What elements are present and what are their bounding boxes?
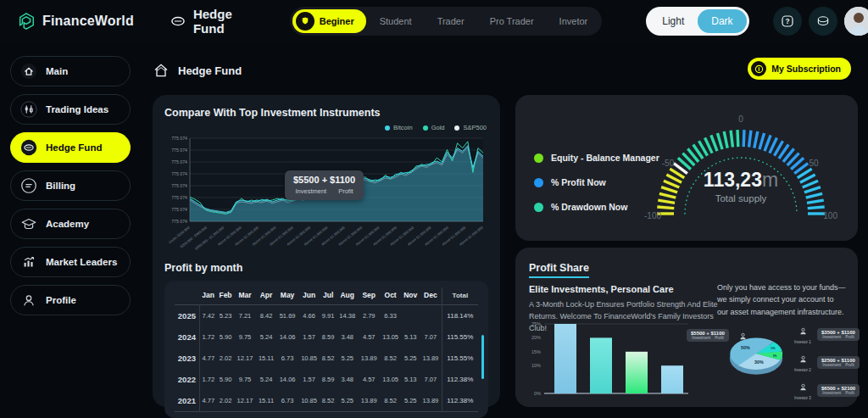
value-cell: 4.77 (199, 348, 216, 369)
value-cell: 5.13 (401, 326, 420, 348)
value-cell: 4.77 (199, 390, 216, 412)
legend-item-bitcoin: Bitcoin (385, 124, 413, 131)
supply-gauge[interactable]: -100-50050100113,23mTotal supply (634, 105, 848, 232)
col-jun: Jun (298, 287, 320, 305)
legend-label: % Profit Now (551, 177, 606, 187)
theme-toggle[interactable]: LightDark (646, 7, 748, 36)
tab-beginer[interactable]: Beginer (292, 9, 366, 33)
col-jul: Jul (320, 287, 337, 305)
table-scrollbar[interactable] (481, 335, 484, 379)
investor-row: Investor 2$2500 + $1100InvestmentProfit (792, 352, 860, 373)
gauge-svg: -100-50050100113,23mTotal supply (634, 105, 848, 229)
table-row-2024[interactable]: 20241.725.909.755.2414.061.578.593.484.5… (175, 326, 478, 348)
svg-text:775 074: 775 074 (171, 136, 187, 141)
value-cell: 5.24 (256, 369, 277, 390)
value-cell: 2.02 (217, 348, 234, 369)
value-cell: 6.73 (276, 348, 298, 369)
investors-list: Investor 1$3500 + $1100InvestmentProfitI… (792, 324, 860, 408)
sidebar-item-hedge-fund[interactable]: Hedge Fund (10, 132, 131, 163)
value-cell: 15.11 (256, 348, 277, 369)
svg-text:50: 50 (809, 159, 819, 168)
tab-student[interactable]: Student (368, 9, 424, 33)
sidebar-item-label: Main (46, 66, 68, 76)
legend-label: Gold (431, 124, 445, 131)
user-avatar[interactable] (844, 7, 868, 36)
legend-label: Bitcoin (393, 124, 413, 131)
compare-legend: BitcoinGoldS&P500 (164, 124, 487, 131)
legend-dot (534, 203, 543, 212)
tooltip-labels: InvestmentProfit (293, 187, 355, 195)
value-cell: 14.06 (276, 326, 298, 348)
compare-panel-title: Compare With Top Investment Instruments (164, 107, 488, 119)
level-tabs: BeginerStudentTraderPro TraderInvetor (290, 7, 603, 36)
home-icon (19, 62, 38, 81)
value-cell: 5.23 (217, 305, 234, 327)
value-cell: 13.05 (380, 326, 401, 348)
table-row-2021[interactable]: 20214.772.0212.1715.116.7310.858.525.251… (175, 390, 478, 412)
svg-text:20%: 20% (531, 335, 541, 340)
svg-text:$999,000 - $1,000,000: $999,000 - $1,000,000 (194, 225, 225, 250)
sidebar-item-academy[interactable]: Academy (10, 209, 131, 239)
person-icon (798, 352, 808, 367)
legend-dot (423, 125, 428, 131)
tab-label: Invetor (559, 16, 588, 26)
profit-table[interactable]: JanFebMarAprMayJunJulAugSepOctNovDecTota… (175, 287, 478, 412)
value-cell: 8.52 (380, 348, 401, 369)
year-cell: 2021 (175, 390, 199, 412)
svg-text:10%: 10% (531, 363, 541, 368)
value-cell: 2.79 (358, 305, 379, 327)
financeworld-logo-icon (17, 12, 36, 31)
legend-item-sp500: S&P500 (454, 124, 487, 131)
legend-dot (534, 178, 543, 187)
support-button[interactable] (809, 7, 837, 36)
tab-invetor[interactable]: Invetor (548, 9, 600, 33)
svg-text:?: ? (785, 18, 789, 25)
value-cell: 7.07 (420, 326, 442, 348)
sidebar-item-label: Hedge Fund (46, 142, 102, 153)
tab-pro-trader[interactable]: Pro Trader (478, 9, 546, 33)
sidebar-item-label: Academy (46, 219, 89, 229)
trading-ideas-icon (19, 100, 38, 119)
table-row-2025[interactable]: 20257.425.237.218.4251.694.669.9114.382.… (175, 305, 478, 327)
sidebar-item-profile[interactable]: Profile (10, 285, 131, 315)
svg-text:50%: 50% (741, 345, 750, 350)
total-supply-panel: Equity - Balance Manager% Profit Now% Dr… (515, 95, 858, 241)
sidebar-item-main[interactable]: Main (10, 56, 131, 86)
my-subscription-label: My Subscription (771, 64, 841, 74)
col-apr: Apr (256, 287, 277, 305)
value-cell: 9.75 (234, 369, 255, 390)
tab-label: Pro Trader (490, 16, 534, 26)
billing-icon (19, 176, 38, 195)
help-button[interactable]: ? (773, 7, 802, 36)
svg-text:0: 0 (738, 114, 743, 124)
brand[interactable]: FinanceWorld (17, 12, 134, 31)
theme-option-light[interactable]: Light (648, 9, 698, 33)
tab-trader[interactable]: Trader (426, 9, 476, 33)
table-row-2023[interactable]: 20234.772.0212.1715.116.7310.858.525.251… (175, 348, 478, 369)
profit-share-pie-chart[interactable]: 11%50%30%9% (721, 319, 791, 400)
profit-share-bar-chart[interactable]: 25%20%15%10%0% (522, 319, 692, 407)
page-title: Hedge Fund (178, 64, 242, 77)
line-chart[interactable]: 775 074775 074775 074775 074775 074775 0… (164, 133, 488, 259)
legend-dot (385, 125, 390, 131)
year-cell: 2023 (175, 348, 199, 369)
sidebar-item-trading-ideas[interactable]: Trading Ideas (10, 94, 131, 125)
sidebar-item-billing[interactable]: Billing (10, 170, 131, 201)
total-cell: 118.14% (442, 305, 478, 327)
sidebar-item-market-leaders[interactable]: Market Leaders (10, 247, 131, 277)
svg-text:9%: 9% (773, 354, 777, 358)
table-row-2022[interactable]: 20221.725.909.755.2414.061.578.593.484.5… (175, 369, 478, 390)
value-cell: 51.69 (276, 305, 298, 327)
sidebar: MainTrading IdeasHedge FundBillingAcadem… (10, 56, 131, 323)
total-cell: 115.55% (442, 326, 478, 348)
value-cell: 9.91 (320, 305, 337, 327)
value-cell: 14.06 (276, 369, 298, 390)
profit-table-body: 20257.425.237.218.4251.694.669.9114.382.… (175, 305, 478, 412)
theme-option-dark[interactable]: Dark (698, 9, 746, 33)
value-cell: 3.48 (337, 369, 358, 390)
my-subscription-button[interactable]: My Subscription (748, 58, 851, 80)
value-cell: 5.90 (217, 369, 234, 390)
value-cell: 1.72 (199, 369, 216, 390)
value-cell: 8.52 (380, 390, 401, 412)
sidebar-item-label: Trading Ideas (46, 104, 108, 114)
